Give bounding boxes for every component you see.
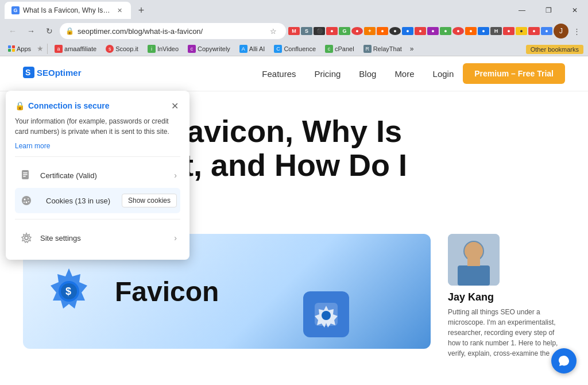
toolbar-icon-2[interactable]: S [301,27,312,35]
toolbar-icon-17[interactable]: H [490,27,502,35]
active-tab[interactable]: G What Is a Favicon, Why Is It Imp... ✕ [5,2,131,19]
toolbar-icon-7[interactable]: + [364,27,376,35]
window-controls: — ❐ ✕ [509,0,588,21]
toolbar-icon-11[interactable]: ● [415,27,426,35]
toolbar-icon-4[interactable]: ● [326,27,338,35]
scoopit-label: Scoop.it [115,45,138,52]
certificate-arrow: › [174,171,177,180]
popup-certificate-item[interactable]: Certificate (Valid) › [15,163,180,188]
website-content: S SEOptimer Features Pricing Blog More L… [0,56,588,385]
popup-title: 🔒 Connection is secure [15,101,110,110]
site-logo[interactable]: S SEOptimer [23,63,98,84]
bookmark-scoopit[interactable]: s Scoop.it [102,44,142,54]
svg-point-19 [24,199,26,201]
scoopit-icon: s [106,45,114,53]
author-block: Jay Kang Putting all things SEO under a … [448,234,563,359]
site-navbar: S SEOptimer Features Pricing Blog More L… [0,56,588,91]
url-text: seoptimer.com/blog/what-is-a-favicon/ [78,27,263,36]
svg-rect-15 [23,172,28,174]
copywritely-label: Copywritely [198,45,230,52]
show-cookies-button[interactable]: Show cookies [122,194,177,207]
bookmark-invideo[interactable]: i InVideo [144,44,182,54]
svg-text:S: S [25,68,30,77]
lock-icon: 🔒 [65,27,74,35]
forward-button[interactable]: → [23,23,39,39]
svg-text:$: $ [65,286,71,297]
toolbar-icon-14[interactable]: ● [452,27,464,35]
popup-divider-2 [15,219,180,220]
chat-bubble-button[interactable] [551,348,577,374]
cpanel-icon: c [325,45,333,53]
back-button[interactable]: ← [5,23,21,39]
tab-close-button[interactable]: ✕ [115,6,124,15]
minimize-button[interactable]: — [509,0,535,21]
bookmark-amaaffiliate[interactable]: a amaaffiliate [51,44,100,54]
svg-point-21 [26,202,28,203]
toolbar-icon-15[interactable]: ● [465,27,477,35]
svg-rect-17 [23,176,26,177]
confluence-label: Confluence [284,45,316,52]
popup-header: 🔒 Connection is secure ✕ [15,100,180,111]
star-icon: ★ [37,44,44,53]
bookmark-cpanel[interactable]: c cPanel [322,44,358,54]
other-bookmarks[interactable]: Other bookmarks [526,44,583,54]
amaaffiliate-icon: a [55,45,63,53]
profile-button[interactable]: J [554,24,568,38]
cookies-left: Cookies (13 in use) [18,192,110,209]
nav-features[interactable]: Features [262,69,296,79]
toolbar-icon-1[interactable]: M [288,27,300,35]
nav-cta-button[interactable]: Premium – Free Trial [463,63,565,84]
toolbar-icon-12[interactable]: ● [427,27,439,35]
restore-button[interactable]: ❐ [535,0,562,21]
apps-label: Apps [17,45,31,52]
reload-button[interactable]: ↻ [41,23,57,39]
close-button[interactable]: ✕ [562,0,588,21]
svg-text:SEOptimer: SEOptimer [37,68,82,78]
author-photo [448,234,500,286]
bookmark-confluence[interactable]: C Confluence [270,44,319,54]
svg-rect-13 [467,257,480,266]
site-settings-label: Site settings [40,234,174,242]
bookmark-copywritely[interactable]: c Copywritely [184,44,234,54]
toolbar-icon-9[interactable]: ● [389,27,401,35]
svg-point-7 [322,311,331,320]
address-bar: ← → ↻ 🔒 seoptimer.com/blog/what-is-a-fav… [0,21,588,41]
popup-close-button[interactable]: ✕ [169,100,180,111]
certificate-label: Certificate (Valid) [40,171,174,180]
popup-cookies-item[interactable]: Cookies (13 in use) Show cookies [15,188,180,213]
toolbar-icon-18[interactable]: ● [503,27,514,35]
more-bookmarks[interactable]: » [408,44,416,54]
bookmark-separator [47,44,48,54]
toolbar-icon-3[interactable]: ⚫ [314,27,325,35]
favicon-gear-icon: $ [40,263,98,320]
toolbar-icon-5[interactable]: G [339,27,350,35]
toolbar-icon-8[interactable]: ● [377,27,388,35]
tab-bar: G What Is a Favicon, Why Is It Imp... ✕ … [0,0,588,21]
star-button[interactable]: ☆ [266,24,280,38]
toolbar-icon-20[interactable]: ● [528,27,540,35]
confluence-icon: C [274,45,282,53]
nav-more[interactable]: More [394,69,414,79]
new-tab-button[interactable]: + [133,2,149,18]
toolbar-icon-10[interactable]: ● [402,27,413,35]
toolbar-icon-13[interactable]: ● [440,27,451,35]
apps-bookmark[interactable]: Apps [5,44,34,53]
nav-blog[interactable]: Blog [359,69,376,79]
toolbar-icon-19[interactable]: ● [516,27,527,35]
popup-learn-more-link[interactable]: Learn more [15,142,50,150]
author-name: Jay Kang [448,291,563,303]
author-bio: Putting all things SEO under a microscop… [448,307,563,359]
address-input[interactable]: 🔒 seoptimer.com/blog/what-is-a-favicon/ … [60,23,286,39]
toolbar-icon-16[interactable]: ● [478,27,489,35]
bookmark-alliai[interactable]: A Alli AI [236,44,269,54]
nav-login[interactable]: Login [433,69,454,79]
toolbar-icon-21[interactable]: ● [541,27,552,35]
toolbar-actions: M S ⚫ ● G ● + ● ● ● ● ● ● ● ● ● H ● ● ● … [288,24,583,38]
chat-icon [558,355,570,367]
bookmark-relaythat[interactable]: R RelayThat [360,44,405,54]
menu-button[interactable]: ⋮ [570,24,583,38]
author-avatar [448,234,500,286]
toolbar-icon-6[interactable]: ● [351,27,363,35]
nav-pricing[interactable]: Pricing [314,69,341,79]
popup-site-settings-item[interactable]: Site settings › [15,225,180,251]
